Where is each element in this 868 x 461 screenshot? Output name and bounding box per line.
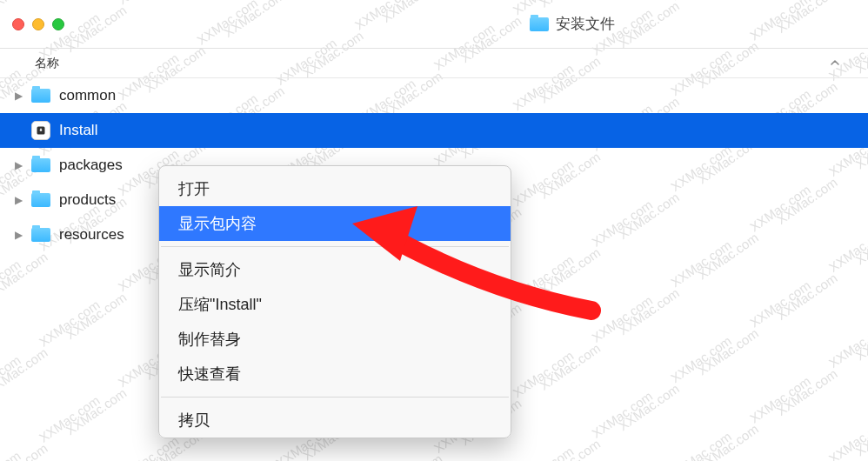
menu-show-package-contents[interactable]: 显示包内容 [159,206,511,241]
file-name: packages [59,157,123,174]
column-header[interactable]: 名称 [0,49,868,78]
folder-icon [31,158,50,172]
disclosure-triangle-icon[interactable]: ▶ [14,194,23,206]
disclosure-triangle-icon[interactable]: ▶ [14,159,23,171]
window-titlebar: 安装文件 [0,0,868,49]
file-name: products [59,191,116,209]
sort-caret-icon[interactable] [828,56,842,72]
list-item[interactable]: ▶ common [0,78,868,113]
menu-make-alias[interactable]: 制作替身 [159,322,511,357]
context-menu: 打开 显示包内容 显示简介 压缩"Install" 制作替身 快速查看 拷贝 [158,165,511,438]
menu-separator [161,397,509,398]
disclosure-triangle-icon[interactable]: ▶ [14,90,23,102]
folder-icon [31,89,50,103]
window-title-text: 安装文件 [556,14,615,34]
disclosure-triangle-icon[interactable]: ▶ [14,229,23,241]
menu-open[interactable]: 打开 [159,171,511,206]
folder-icon [31,228,50,242]
folder-icon [530,17,549,31]
list-item-selected[interactable]: Install [0,113,868,148]
app-icon [31,121,50,140]
close-window-button[interactable] [12,18,24,30]
traffic-lights [12,18,64,30]
menu-separator [161,246,509,247]
zoom-window-button[interactable] [52,18,64,30]
menu-compress[interactable]: 压缩"Install" [159,287,511,322]
menu-get-info[interactable]: 显示简介 [159,252,511,287]
menu-quick-look[interactable]: 快速查看 [159,357,511,391]
file-name: resources [59,226,124,244]
file-name: Install [59,122,97,139]
menu-copy[interactable]: 拷贝 [159,403,511,438]
minimize-window-button[interactable] [32,18,44,30]
column-name-label: 名称 [35,56,59,71]
file-name: common [59,87,116,104]
window-title: 安装文件 [530,14,615,34]
folder-icon [31,193,50,207]
